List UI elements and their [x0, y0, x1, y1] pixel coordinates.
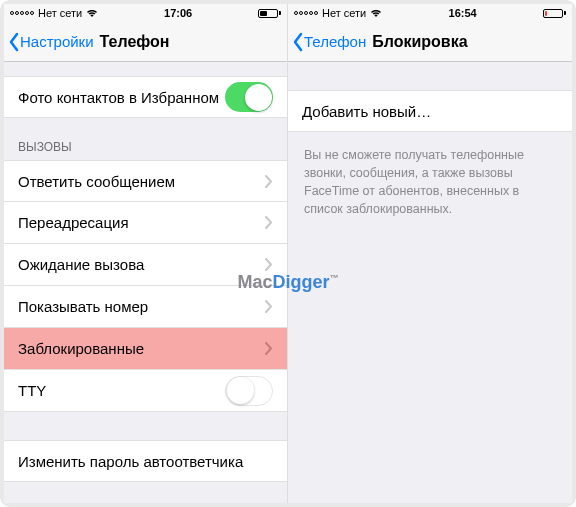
- back-label: Настройки: [20, 33, 94, 50]
- battery-icon: [543, 9, 566, 18]
- chevron-right-icon: [265, 342, 273, 355]
- row-label: Ответить сообщением: [18, 173, 265, 190]
- chevron-left-icon: [292, 32, 304, 52]
- row-tty[interactable]: TTY: [4, 370, 287, 412]
- chevron-right-icon: [265, 175, 273, 188]
- group-header-calls: ВЫЗОВЫ: [4, 118, 287, 160]
- row-label: Переадресация: [18, 214, 265, 231]
- battery-icon: [258, 9, 281, 18]
- signal-dots-icon: [294, 11, 318, 15]
- status-time: 16:54: [449, 7, 477, 19]
- status-bar: Нет сети 17:06: [4, 4, 287, 22]
- row-show-number[interactable]: Показывать номер: [4, 286, 287, 328]
- wifi-icon: [370, 8, 382, 18]
- row-label: TTY: [18, 382, 225, 399]
- row-add-new[interactable]: Добавить новый…: [288, 90, 572, 132]
- phone-settings-telephone: Нет сети 17:06 Настройки Телефон: [4, 4, 288, 503]
- toggle-photo-contacts[interactable]: [225, 82, 273, 112]
- row-change-voicemail-password[interactable]: Изменить пароль автоответчика: [4, 440, 287, 482]
- row-label: Изменить пароль автоответчика: [18, 453, 273, 470]
- row-label: Добавить новый…: [302, 103, 558, 120]
- carrier-label: Нет сети: [322, 7, 366, 19]
- chevron-left-icon: [8, 32, 20, 52]
- nav-title: Телефон: [100, 33, 170, 51]
- row-blocked[interactable]: Заблокированные: [4, 328, 287, 370]
- footer-description: Вы не сможете получать телефонные звонки…: [288, 132, 572, 233]
- row-label: Ожидание вызова: [18, 256, 265, 273]
- chevron-right-icon: [265, 300, 273, 313]
- row-label: Фото контактов в Избранном: [18, 89, 225, 106]
- back-button[interactable]: Телефон: [288, 32, 366, 52]
- row-forwarding[interactable]: Переадресация: [4, 202, 287, 244]
- chevron-right-icon: [265, 216, 273, 229]
- phone-blocking: Нет сети 16:54 Телефон Блокировка: [288, 4, 572, 503]
- row-photo-contacts[interactable]: Фото контактов в Избранном: [4, 76, 287, 118]
- back-label: Телефон: [304, 33, 366, 50]
- status-time: 17:06: [164, 7, 192, 19]
- toggle-tty[interactable]: [225, 376, 273, 406]
- signal-dots-icon: [10, 11, 34, 15]
- nav-title: Блокировка: [372, 33, 467, 51]
- row-label: Показывать номер: [18, 298, 265, 315]
- row-reply-message[interactable]: Ответить сообщением: [4, 160, 287, 202]
- chevron-right-icon: [265, 258, 273, 271]
- row-call-waiting[interactable]: Ожидание вызова: [4, 244, 287, 286]
- nav-bar: Телефон Блокировка: [288, 22, 572, 62]
- back-button[interactable]: Настройки: [4, 32, 94, 52]
- nav-bar: Настройки Телефон: [4, 22, 287, 62]
- wifi-icon: [86, 8, 98, 18]
- carrier-label: Нет сети: [38, 7, 82, 19]
- status-bar: Нет сети 16:54: [288, 4, 572, 22]
- row-label: Заблокированные: [18, 340, 265, 357]
